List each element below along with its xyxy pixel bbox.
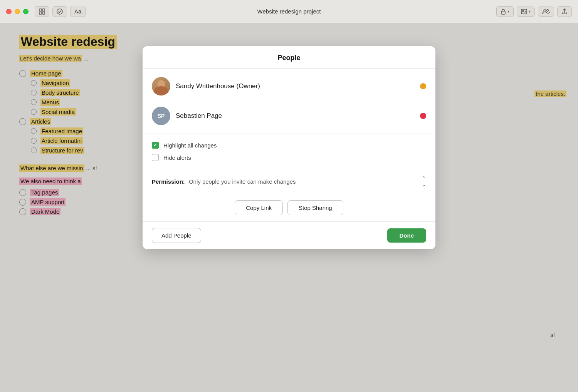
svg-rect-2 [39,12,42,14]
options-section: Highlight all changes Hide alerts [143,134,435,169]
titlebar: Aa Website redesign project ▾ ▾ [0,0,578,23]
traffic-lights [6,9,29,14]
grid-view-button[interactable] [35,6,49,17]
add-people-button[interactable]: Add People [152,228,201,243]
person-name-sandy: Sandy Writtenhouse (Owner) [176,82,415,90]
titlebar-right-buttons: ▾ ▾ [496,6,572,17]
copy-link-button[interactable]: Copy Link [235,200,283,215]
maximize-button[interactable] [23,9,29,14]
modal-overlay: People Sandy Writtenhouse (Owner) SP Seb… [0,23,578,392]
image-chevron-icon: ▾ [529,9,531,13]
svg-point-8 [544,10,546,12]
highlight-option-row: Highlight all changes [152,142,426,149]
status-indicator-sebastien [420,113,426,119]
main-content: Website redesig Let's decide how we wa .… [0,23,578,392]
svg-point-4 [57,9,62,14]
done-button[interactable]: Done [387,228,427,243]
svg-point-9 [547,9,549,11]
modal-header: People [143,46,435,69]
lock-chevron-icon: ▾ [507,9,509,13]
person-name-sebastien: Sebastien Page [176,112,415,120]
people-list: Sandy Writtenhouse (Owner) SP Sebastien … [143,69,435,134]
minimize-button[interactable] [15,9,20,14]
people-icon [542,9,550,14]
hide-alerts-option-row: Hide alerts [152,154,426,161]
permission-stepper-icon: ⌃⌄ [422,175,426,188]
hide-alerts-label: Hide alerts [163,154,191,161]
hide-alerts-checkbox[interactable] [152,154,159,161]
avatar-sandy [152,77,170,95]
action-buttons-row: Copy Link Stop Sharing [143,194,435,222]
svg-rect-1 [42,9,45,11]
status-indicator-sandy [420,83,426,89]
share-button[interactable] [557,6,572,17]
highlight-checkbox[interactable] [152,142,159,149]
permission-label: Permission: [152,178,185,185]
svg-rect-0 [39,9,42,11]
image-icon [521,9,527,14]
check-button[interactable] [52,6,67,17]
person-row-sebastien: SP Sebastien Page [152,101,426,131]
svg-rect-5 [501,11,505,14]
highlight-label: Highlight all changes [163,142,217,149]
permission-value: Only people you invite can make changes [189,178,296,185]
share-icon [561,8,568,15]
svg-rect-3 [42,12,45,14]
close-button[interactable] [6,9,12,14]
image-button[interactable]: ▾ [517,7,535,17]
people-modal: People Sandy Writtenhouse (Owner) SP Seb… [143,46,435,249]
person-row-sandy: Sandy Writtenhouse (Owner) [152,72,426,101]
lock-icon [501,8,506,15]
check-icon [57,8,63,15]
font-icon: Aa [74,8,81,15]
window-title: Website redesign project [257,8,321,15]
avatar-sebastien: SP [152,107,170,125]
modal-footer: Add People Done [143,222,435,249]
font-button[interactable]: Aa [70,6,86,17]
collaboration-button[interactable] [538,7,554,17]
grid-icon [39,8,45,15]
permission-section: Permission: Only people you invite can m… [143,169,435,194]
lock-button[interactable]: ▾ [496,6,514,17]
modal-title: People [277,54,300,62]
stop-sharing-button[interactable]: Stop Sharing [287,200,343,215]
permission-dropdown[interactable]: Only people you invite can make changes … [189,175,426,188]
